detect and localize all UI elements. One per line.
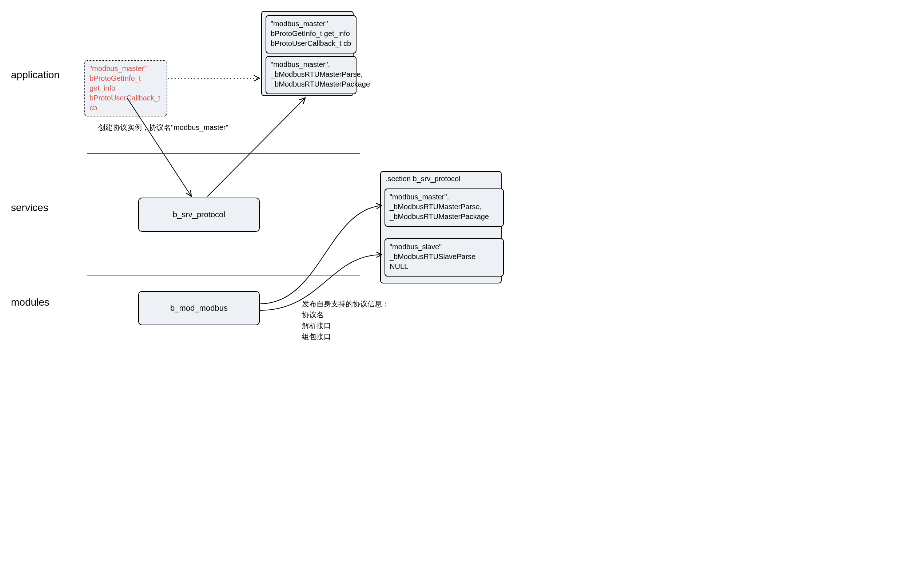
note-publish-info: 发布自身支持的协议信息： 协议名 解析接口 组包接口 <box>302 298 389 342</box>
divider-services-modules <box>87 275 360 275</box>
dashed-line1: "modbus_master" <box>90 64 162 73</box>
inner-app-result-2-l1: "modbus_master", <box>271 60 351 70</box>
inner-section-slave: "modbus_slave" _bModbusRTUSlaveParse NUL… <box>385 238 504 277</box>
arrow-mod-to-master <box>260 205 381 304</box>
inner-section-master-l2: _bModbusRTUMasterParse, <box>390 202 499 212</box>
inner-section-slave-l3: NULL <box>390 262 499 272</box>
inner-app-result-2-l2: _bModbusRTUMasterParse, <box>271 70 351 79</box>
dashed-line3: bProtoUserCallback_t cb <box>90 93 162 113</box>
box-b-srv-protocol-label: b_srv_protocol <box>173 210 225 219</box>
dashed-line2: bProtoGetInfo_t get_info <box>90 73 162 93</box>
box-b-mod-modbus: b_mod_modbus <box>138 291 260 325</box>
inner-app-result-1-l3: bProtoUserCallback_t cb <box>271 39 351 48</box>
box-b-mod-modbus-label: b_mod_modbus <box>170 303 228 313</box>
divider-app-services <box>87 153 360 154</box>
inner-section-master-l3: _bModbusRTUMasterPackage <box>390 212 499 222</box>
panel-section-title: .section b_srv_protocol <box>386 175 461 183</box>
inner-section-slave-l2: _bModbusRTUSlaveParse <box>390 252 499 262</box>
arrow-srv-to-result <box>207 98 305 196</box>
layer-label-application: application <box>11 69 60 81</box>
inner-app-result-1: "modbus_master" bProtoGetInfo_t get_info… <box>266 15 357 53</box>
inner-section-slave-l1: "modbus_slave" <box>390 242 499 252</box>
box-b-srv-protocol: b_srv_protocol <box>138 197 260 232</box>
inner-section-master: "modbus_master", _bModbusRTUMasterParse,… <box>385 188 504 227</box>
note-create-instance: 创建协议实例，协议名"modbus_master" <box>98 122 228 133</box>
inner-section-master-l1: "modbus_master", <box>390 192 499 202</box>
inner-app-result-2: "modbus_master", _bModbusRTUMasterParse,… <box>266 56 357 94</box>
inner-app-result-1-l2: bProtoGetInfo_t get_info <box>271 29 351 39</box>
layer-label-services: services <box>11 202 48 214</box>
layer-label-modules: modules <box>11 297 50 308</box>
dashed-proto-request: "modbus_master" bProtoGetInfo_t get_info… <box>84 60 167 117</box>
inner-app-result-2-l3: _bModbusRTUMasterPackage <box>271 79 351 89</box>
inner-app-result-1-l1: "modbus_master" <box>271 19 351 29</box>
